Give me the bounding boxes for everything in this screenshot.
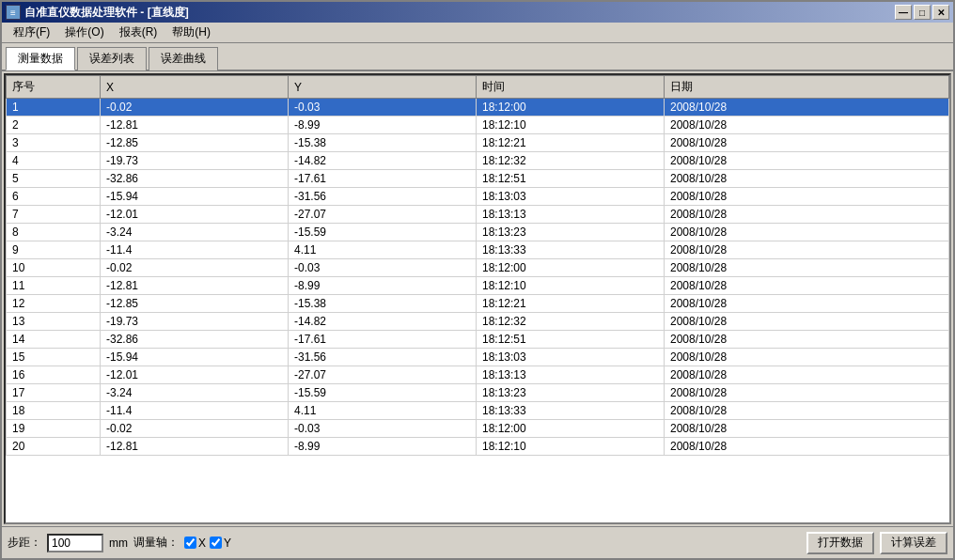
table-cell: -27.07: [289, 366, 477, 384]
table-cell: -12.85: [101, 134, 289, 152]
table-row[interactable]: 2-12.81-8.9918:12:102008/10/28: [7, 117, 949, 134]
table-cell: -31.56: [289, 349, 477, 366]
table-cell: 2008/10/28: [665, 152, 949, 170]
close-button[interactable]: ✕: [932, 5, 949, 20]
table-cell: -15.38: [289, 134, 477, 152]
menu-help[interactable]: 帮助(H): [164, 23, 218, 42]
table-row[interactable]: 11-12.81-8.9918:12:102008/10/28: [7, 277, 949, 295]
open-data-button[interactable]: 打开数据: [806, 532, 874, 554]
table-cell: 11: [7, 277, 101, 295]
table-row[interactable]: 13-19.73-14.8218:12:322008/10/28: [7, 313, 949, 331]
maximize-button[interactable]: □: [914, 5, 931, 20]
table-cell: 18:12:32: [477, 313, 665, 331]
table-row[interactable]: 14-32.86-17.6118:12:512008/10/28: [7, 331, 949, 349]
table-cell: 2008/10/28: [665, 438, 949, 456]
table-cell: -32.86: [101, 331, 289, 349]
main-content: 序号 X Y 时间 日期 1-0.02-0.0318:12:002008/10/…: [2, 71, 953, 526]
table-cell: -11.4: [101, 241, 289, 259]
table-cell: 12: [7, 295, 101, 313]
table-cell: 18:13:13: [477, 366, 665, 384]
table-cell: 18:12:21: [477, 295, 665, 313]
table-cell: -0.02: [101, 420, 289, 438]
minimize-button[interactable]: —: [895, 5, 912, 20]
table-row[interactable]: 17-3.24-15.5918:13:232008/10/28: [7, 384, 949, 402]
table-cell: 2008/10/28: [665, 134, 949, 152]
table-cell: 2008/10/28: [665, 188, 949, 206]
table-cell: 2008/10/28: [665, 384, 949, 402]
menu-report[interactable]: 报表(R): [112, 23, 165, 42]
table-row[interactable]: 9-11.44.1118:13:332008/10/28: [7, 241, 949, 259]
table-row[interactable]: 1-0.02-0.0318:12:002008/10/28: [7, 99, 949, 117]
table-cell: -0.03: [289, 420, 477, 438]
data-table-container[interactable]: 序号 X Y 时间 日期 1-0.02-0.0318:12:002008/10/…: [4, 73, 951, 524]
table-row[interactable]: 8-3.24-15.5918:13:232008/10/28: [7, 224, 949, 241]
header-y: Y: [289, 76, 477, 99]
tab-error-list[interactable]: 误差列表: [77, 47, 147, 70]
table-cell: -17.61: [289, 170, 477, 188]
table-cell: 3: [7, 134, 101, 152]
table-cell: 8: [7, 224, 101, 241]
table-cell: 18:13:03: [477, 349, 665, 366]
checkbox-x[interactable]: [184, 537, 196, 549]
distance-input[interactable]: [47, 534, 103, 552]
checkbox-y[interactable]: [210, 537, 222, 549]
table-cell: 16: [7, 366, 101, 384]
table-cell: 6: [7, 188, 101, 206]
table-cell: 2008/10/28: [665, 99, 949, 117]
table-cell: 18:13:03: [477, 188, 665, 206]
calc-error-button[interactable]: 计算误差: [880, 532, 947, 554]
table-cell: 17: [7, 384, 101, 402]
table-cell: 2008/10/28: [665, 117, 949, 134]
tab-error-curve[interactable]: 误差曲线: [149, 47, 218, 70]
table-cell: -15.38: [289, 295, 477, 313]
table-cell: 2008/10/28: [665, 170, 949, 188]
table-cell: -11.4: [101, 402, 289, 420]
table-cell: 7: [7, 206, 101, 224]
menu-program[interactable]: 程序(F): [6, 23, 57, 42]
table-row[interactable]: 3-12.85-15.3818:12:212008/10/28: [7, 134, 949, 152]
table-cell: 2008/10/28: [665, 420, 949, 438]
table-cell: 18:12:00: [477, 259, 665, 277]
table-row[interactable]: 19-0.02-0.0318:12:002008/10/28: [7, 420, 949, 438]
table-cell: 18:13:23: [477, 224, 665, 241]
app-icon: ≡: [6, 5, 21, 20]
tab-measurement-data[interactable]: 测量数据: [6, 47, 75, 70]
table-row[interactable]: 16-12.01-27.0718:13:132008/10/28: [7, 366, 949, 384]
table-cell: 18:12:10: [477, 117, 665, 134]
table-row[interactable]: 20-12.81-8.9918:12:102008/10/28: [7, 438, 949, 456]
table-cell: -31.56: [289, 188, 477, 206]
table-cell: 15: [7, 349, 101, 366]
menu-operation[interactable]: 操作(O): [57, 23, 111, 42]
table-row[interactable]: 7-12.01-27.0718:13:132008/10/28: [7, 206, 949, 224]
table-cell: -0.03: [289, 99, 477, 117]
table-row[interactable]: 15-15.94-31.5618:13:032008/10/28: [7, 349, 949, 366]
tab-bar: 测量数据 误差列表 误差曲线: [2, 43, 953, 71]
table-cell: 18:12:51: [477, 170, 665, 188]
table-cell: -19.73: [101, 152, 289, 170]
table-row[interactable]: 10-0.02-0.0318:12:002008/10/28: [7, 259, 949, 277]
table-cell: -15.59: [289, 384, 477, 402]
title-bar-controls: — □ ✕: [895, 5, 949, 20]
table-cell: 2008/10/28: [665, 349, 949, 366]
table-cell: -0.02: [101, 99, 289, 117]
table-cell: -8.99: [289, 438, 477, 456]
menubar: 程序(F) 操作(O) 报表(R) 帮助(H): [2, 23, 953, 43]
title-bar-title: ≡ 自准直仪数据处理软件 - [直线度]: [6, 5, 189, 21]
table-row[interactable]: 5-32.86-17.6118:12:512008/10/28: [7, 170, 949, 188]
table-cell: -12.81: [101, 117, 289, 134]
table-cell: 2008/10/28: [665, 402, 949, 420]
table-cell: 5: [7, 170, 101, 188]
distance-unit: mm: [109, 537, 128, 550]
axis-label: 调量轴：: [133, 535, 179, 551]
checkbox-y-item: Y: [210, 537, 231, 550]
table-cell: -3.24: [101, 384, 289, 402]
table-cell: 2008/10/28: [665, 277, 949, 295]
table-cell: -19.73: [101, 313, 289, 331]
title-bar: ≡ 自准直仪数据处理软件 - [直线度] — □ ✕: [2, 2, 953, 23]
table-row[interactable]: 4-19.73-14.8218:12:322008/10/28: [7, 152, 949, 170]
table-cell: 1: [7, 99, 101, 117]
table-row[interactable]: 6-15.94-31.5618:13:032008/10/28: [7, 188, 949, 206]
table-row[interactable]: 18-11.44.1118:13:332008/10/28: [7, 402, 949, 420]
table-row[interactable]: 12-12.85-15.3818:12:212008/10/28: [7, 295, 949, 313]
table-cell: -27.07: [289, 206, 477, 224]
